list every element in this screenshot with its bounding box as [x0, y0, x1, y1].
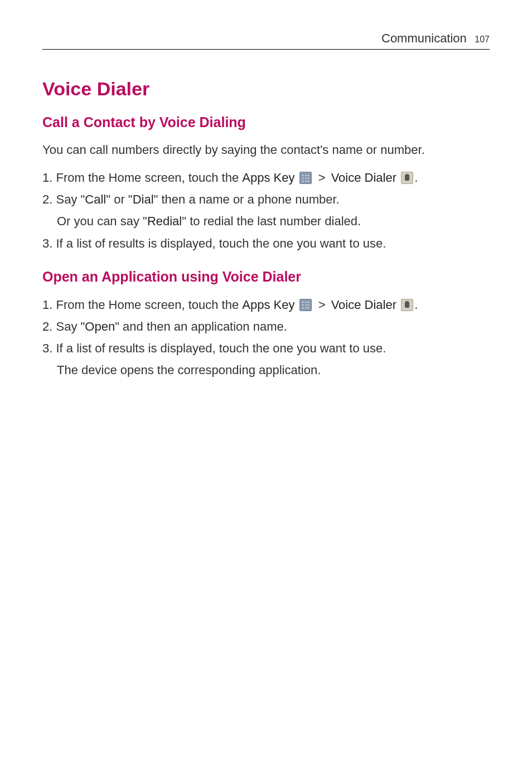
item-text: " then a name or a phone number. — [154, 192, 340, 206]
section1-intro: You can call numbers directly by saying … — [42, 141, 490, 159]
item-number: 2. — [42, 192, 52, 206]
item-continuation: The device opens the corresponding appli… — [57, 360, 490, 380]
separator: > — [315, 298, 329, 312]
list-item: 2. Say "Open" and then an application na… — [42, 317, 490, 336]
page-header: Communication 107 — [42, 31, 490, 50]
list-item: 1. From the Home screen, touch the Apps … — [42, 295, 490, 314]
item-continuation: Or you can say "Redial" to redial the la… — [57, 211, 490, 231]
page-number: 107 — [475, 35, 490, 44]
item-number: 1. — [42, 171, 52, 185]
dial-label: Dial — [133, 192, 154, 206]
main-heading: Voice Dialer — [42, 78, 490, 100]
section2-list: 1. From the Home screen, touch the Apps … — [42, 295, 490, 380]
apps-key-icon — [299, 299, 312, 311]
item-text: " or " — [106, 192, 132, 206]
voice-dialer-icon — [401, 172, 413, 184]
section1-list: 1. From the Home screen, touch the Apps … — [42, 168, 490, 253]
item-number: 3. — [42, 341, 52, 355]
item-number: 2. — [42, 319, 52, 333]
item-text: " and then an application name. — [115, 319, 287, 333]
item-text: " to redial the last number dialed. — [182, 214, 361, 228]
content-area: Voice Dialer Call a Contact by Voice Dia… — [42, 78, 490, 396]
list-item: 3. If a list of results is displayed, to… — [42, 338, 490, 380]
item-text: If a list of results is displayed, touch… — [52, 236, 386, 250]
item-text: From the Home screen, touch the — [52, 171, 242, 185]
section1-heading: Call a Contact by Voice Dialing — [42, 114, 490, 130]
list-item: 2. Say "Call" or "Dial" then a name or a… — [42, 190, 490, 231]
item-text: If a list of results is displayed, touch… — [52, 341, 386, 355]
list-item: 1. From the Home screen, touch the Apps … — [42, 168, 490, 187]
item-number: 1. — [42, 298, 52, 312]
list-item: 3. If a list of results is displayed, to… — [42, 234, 490, 253]
voice-dialer-label: Voice Dialer — [331, 171, 400, 185]
item-text: . — [414, 298, 418, 312]
item-text: Say " — [52, 192, 85, 206]
call-label: Call — [85, 192, 106, 206]
header-section-title: Communication — [381, 31, 467, 45]
item-text: Or you can say " — [57, 214, 147, 228]
apps-key-label: Apps Key — [242, 298, 298, 312]
redial-label: Redial — [147, 214, 182, 228]
item-text: From the Home screen, touch the — [52, 298, 242, 312]
separator: > — [315, 171, 329, 185]
open-label: Open — [85, 319, 115, 333]
item-text: Say " — [52, 319, 85, 333]
item-number: 3. — [42, 236, 52, 250]
apps-key-label: Apps Key — [242, 171, 298, 185]
item-text: . — [414, 171, 418, 185]
voice-dialer-icon — [401, 299, 413, 311]
voice-dialer-label: Voice Dialer — [331, 298, 400, 312]
apps-key-icon — [299, 172, 312, 184]
section2-heading: Open an Application using Voice Dialer — [42, 269, 490, 285]
